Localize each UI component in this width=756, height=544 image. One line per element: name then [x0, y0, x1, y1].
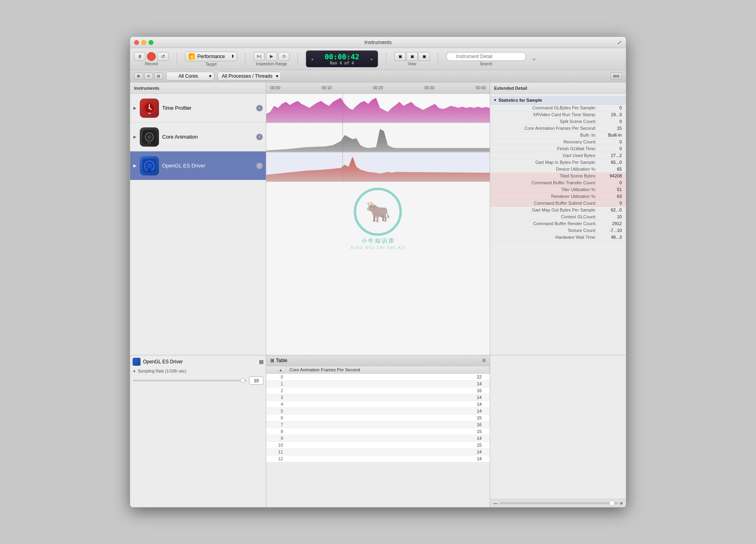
performance-selector[interactable]: ▲ Performance [185, 52, 237, 61]
record-button[interactable] [147, 52, 156, 61]
inspect-prev-button[interactable]: ⊳| [253, 52, 265, 61]
stats-key: Core Animation Frames Per Second: [494, 126, 598, 131]
bottom-main: ⊞ Table ≡ ▲ Core Animation Frames Per Se… [266, 355, 490, 507]
svg-rect-13 [148, 170, 151, 172]
table-row[interactable]: 1214 [266, 455, 490, 462]
inspect-play-button[interactable]: ▶ [266, 52, 277, 61]
stats-value: 94208 [598, 173, 622, 178]
stats-key: Command Buffer Render Count: [494, 221, 598, 226]
time-profiler-name: Time Profiler [162, 105, 256, 111]
maximize-button[interactable] [149, 40, 153, 45]
table-cell-val: 15 [286, 415, 490, 421]
view-right-button[interactable]: ▣ [418, 52, 430, 61]
stats-title-row[interactable]: ▼ Statistics for Sample [490, 96, 626, 105]
stats-value: 65...0 [598, 160, 622, 165]
toolbar-chevron-icon[interactable]: » [533, 56, 536, 62]
stats-key: Renderer Utilization %: [494, 194, 598, 199]
stats-key: Gart Map In Bytes Per Sample: [494, 160, 598, 165]
timer-right-arrow[interactable]: ▸ [370, 56, 374, 62]
tick-0: 00:00 [270, 86, 280, 90]
table-cell-num: 12 [266, 455, 286, 462]
footer-list-icon[interactable]: ≡ [620, 501, 623, 506]
sampling-rate-label: ▼ Sampling Rate (1/10th sec) [133, 369, 263, 373]
table-row[interactable]: 615 [266, 415, 490, 421]
col-header-num[interactable]: ▲ [266, 366, 286, 373]
table-row[interactable]: 514 [266, 408, 490, 415]
view-center-button[interactable]: ▣ [406, 52, 418, 61]
stats-row: Built- In:Built-In [490, 132, 626, 139]
table-row[interactable]: 022 [266, 374, 490, 381]
stats-row: Gart Used Bytes:27...2 [490, 152, 626, 159]
sampling-slider-thumb[interactable] [240, 378, 245, 383]
table-row[interactable]: 114 [266, 381, 490, 387]
traffic-lights [134, 40, 153, 45]
core-animation-info[interactable]: i [256, 134, 263, 140]
stats-value: -7...10 [598, 228, 622, 233]
opengl-chart[interactable] [266, 153, 490, 182]
table-row[interactable]: 216 [266, 387, 490, 394]
stats-row: Device Utilization %:65 [490, 166, 626, 173]
filter-bar: ⊞ ≡ ⊟ All Cores All Processes / Threads … [130, 70, 626, 83]
filter-icon-table[interactable]: ⊟ [154, 73, 163, 80]
table-row[interactable]: 414 [266, 401, 490, 408]
table-row[interactable]: 1015 [266, 442, 490, 449]
table-menu-icon[interactable]: ≡ [482, 357, 486, 364]
core-animation-name: Core Animation [162, 134, 256, 140]
inspect-clock-button[interactable]: ⊙ [278, 52, 290, 61]
expand-icon[interactable]: ⤢ [617, 39, 622, 46]
tick-2: 00:20 [373, 86, 383, 90]
expand-arrow-time[interactable]: ▶ [133, 106, 137, 110]
timer-display: ◂ 00:00:42 Run 4 of 4 ▸ [306, 50, 378, 67]
timer-group: ◂ 00:00:42 Run 4 of 4 ▸ [306, 50, 378, 67]
stats-row: Tiler Utilization %:51 [490, 186, 626, 193]
stats-row: Texture Count:-7...10 [490, 227, 626, 234]
filter-icon-list[interactable]: ≡ [144, 73, 153, 80]
time-profiler-chart[interactable] [266, 94, 490, 123]
columns-icon[interactable]: ⊟⊟ [611, 73, 622, 80]
minimize-button[interactable] [141, 40, 146, 45]
footer-dash-icon[interactable]: — [493, 501, 498, 506]
refresh-button[interactable]: ↺ [157, 52, 169, 61]
bottom-resize-icon[interactable]: ▤ [259, 359, 263, 365]
table-row[interactable]: 314 [266, 394, 490, 401]
view-left-button[interactable]: ▣ [394, 52, 406, 61]
pause-button[interactable]: ⏸ [134, 52, 145, 61]
table-row[interactable]: 716 [266, 421, 490, 428]
stats-row: XRVideo Card Run Time Stamp:19...3 [490, 111, 626, 118]
expand-arrow-core[interactable]: ▶ [133, 135, 137, 139]
table-label[interactable]: ⊞ Table [270, 358, 288, 363]
table-cell-num: 7 [266, 421, 286, 428]
close-button[interactable] [134, 40, 139, 45]
table-cell-val: 16 [286, 421, 490, 428]
table-row[interactable]: 1114 [266, 449, 490, 455]
stats-row: Gart Map In Bytes Per Sample:65...0 [490, 159, 626, 166]
stats-key: Split Scene Count: [494, 119, 598, 124]
table-cell-val: 14 [286, 394, 490, 401]
timer-left-arrow[interactable]: ◂ [310, 56, 314, 62]
sampling-rate-input[interactable] [249, 377, 263, 385]
col-header-val[interactable]: Core Animation Frames Per Second [286, 366, 490, 373]
instrument-row-core-animation[interactable]: ▶ Core Animation i [130, 123, 266, 151]
core-animation-chart[interactable] [266, 123, 490, 152]
filter-icon-grid[interactable]: ⊞ [134, 73, 143, 80]
opengl-info[interactable]: i [256, 163, 263, 169]
instrument-row-opengl[interactable]: ▶ OpenGL ES Driver i [130, 151, 266, 180]
view-label: View [408, 62, 416, 66]
table-cell-num: 4 [266, 401, 286, 407]
main-area: Instruments ▶ 45 Time Profiler i [130, 83, 626, 355]
all-processes-dropdown[interactable]: All Processes / Threads [217, 72, 281, 81]
table-row[interactable]: 815 [266, 428, 490, 435]
time-profiler-info[interactable]: i [256, 105, 263, 111]
table-cell-num: 10 [266, 442, 286, 448]
sampling-slider[interactable] [133, 380, 247, 381]
bottom-driver-icon [133, 358, 141, 366]
search-input[interactable] [446, 52, 526, 61]
footer-slider-thumb[interactable] [609, 500, 615, 506]
stats-key: Command Buffer Submit Count: [494, 201, 598, 206]
table-row[interactable]: 914 [266, 435, 490, 442]
expand-arrow-opengl[interactable]: ▶ [133, 163, 137, 168]
footer-slider[interactable] [499, 502, 619, 504]
view-group: ▣ ▣ ▣ View [394, 52, 430, 66]
instrument-row-time-profiler[interactable]: ▶ 45 Time Profiler i [130, 94, 266, 123]
all-cores-dropdown[interactable]: All Cores [166, 72, 214, 81]
